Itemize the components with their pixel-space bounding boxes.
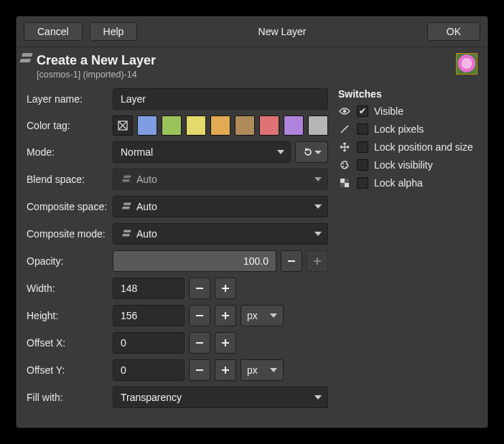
palette-icon <box>338 160 351 170</box>
mode-label: Mode: <box>27 146 113 158</box>
color-tag-swatch[interactable] <box>308 115 328 136</box>
color-tag-label: Color tag: <box>27 120 113 131</box>
eye-icon <box>338 107 351 115</box>
offset-x-increment[interactable] <box>215 332 236 354</box>
height-decrement[interactable] <box>189 305 210 326</box>
svg-rect-24 <box>345 179 349 183</box>
chevron-down-icon <box>270 368 277 372</box>
size-unit-select[interactable]: px <box>241 305 284 326</box>
switches-heading: Switches <box>338 88 477 100</box>
color-tag-swatch[interactable] <box>210 115 230 136</box>
color-tag-swatch[interactable] <box>137 115 157 136</box>
size-unit-value: px <box>247 310 258 321</box>
brush-icon <box>338 124 351 134</box>
color-tag-swatch[interactable] <box>186 115 206 136</box>
mode-value: Normal <box>121 146 273 158</box>
composite-space-label: Composite space: <box>27 201 113 212</box>
mode-select[interactable]: Normal <box>113 141 291 163</box>
opacity-slider[interactable]: 100.0 <box>113 250 276 272</box>
svg-point-20 <box>342 166 344 167</box>
minus-icon <box>195 339 204 347</box>
composite-mode-label: Composite mode: <box>27 228 113 240</box>
lock-visibility-checkbox[interactable] <box>357 159 368 171</box>
lock-pixels-checkbox[interactable] <box>357 123 368 135</box>
lock-position-checkbox[interactable] <box>357 141 368 153</box>
opacity-increment[interactable] <box>307 250 328 272</box>
minus-icon <box>195 284 204 293</box>
width-increment[interactable] <box>215 278 236 299</box>
switch-label: Lock visibility <box>374 159 433 171</box>
switch-label: Lock position and size <box>374 141 473 153</box>
move-icon <box>338 142 351 152</box>
opacity-value: 100.0 <box>243 255 269 267</box>
offset-unit-value: px <box>247 364 258 376</box>
switch-lock-pixels: Lock pixels <box>338 123 477 135</box>
width-input[interactable] <box>113 278 185 299</box>
plus-icon <box>313 257 322 265</box>
svg-rect-25 <box>340 183 345 187</box>
svg-point-21 <box>345 166 347 168</box>
chevron-down-icon <box>314 177 322 181</box>
layers-icon <box>121 228 132 240</box>
color-tag-swatch[interactable] <box>259 115 279 136</box>
offset-x-decrement[interactable] <box>189 332 210 354</box>
height-input[interactable] <box>113 305 185 326</box>
composite-mode-value: Auto <box>136 228 310 240</box>
composite-mode-select[interactable]: Auto <box>113 223 328 245</box>
chevron-down-icon <box>314 151 322 154</box>
layer-name-label: Layer name: <box>27 93 113 105</box>
color-tag-swatch[interactable] <box>162 115 182 136</box>
switch-lock-alpha: Lock alpha <box>338 177 477 189</box>
composite-space-select[interactable]: Auto <box>113 196 328 217</box>
offset-y-label: Offset Y: <box>27 364 113 376</box>
switch-lock-visibility: Lock visibility <box>338 159 477 171</box>
blend-space-label: Blend space: <box>27 174 113 185</box>
checker-icon <box>338 178 351 188</box>
offset-x-label: Offset X: <box>27 337 113 349</box>
layers-icon <box>21 53 31 67</box>
offset-unit-select[interactable]: px <box>241 359 284 381</box>
fill-with-select[interactable]: Transparency <box>113 387 328 408</box>
width-decrement[interactable] <box>189 278 210 299</box>
color-tag-none[interactable] <box>113 115 133 136</box>
lock-alpha-checkbox[interactable] <box>357 177 368 189</box>
layer-name-input[interactable] <box>113 88 328 110</box>
offset-x-input[interactable] <box>113 332 185 354</box>
blend-space-value: Auto <box>136 174 310 185</box>
switch-visible: ✔ Visible <box>338 105 477 117</box>
new-layer-dialog: Cancel Help New Layer OK Create a New La… <box>16 16 488 428</box>
svg-rect-23 <box>345 183 349 187</box>
layers-icon <box>121 174 132 185</box>
offset-y-decrement[interactable] <box>189 359 210 381</box>
switch-label: Lock pixels <box>374 123 424 135</box>
blend-space-select[interactable]: Auto <box>113 169 328 190</box>
dialog-header: Create a New Layer [cosmos-1] (imported)… <box>17 47 487 82</box>
color-tag-swatch[interactable] <box>235 115 255 136</box>
svg-point-18 <box>343 110 346 113</box>
offset-y-increment[interactable] <box>215 359 236 381</box>
cancel-button[interactable]: Cancel <box>24 22 83 41</box>
plus-icon <box>221 339 230 347</box>
switch-label: Visible <box>374 105 403 117</box>
color-tag-swatch[interactable] <box>284 115 304 136</box>
switch-label: Lock alpha <box>374 177 423 189</box>
width-label: Width: <box>27 283 113 294</box>
chevron-down-icon <box>314 395 322 400</box>
header-subtitle: [cosmos-1] (imported)-14 <box>37 70 450 80</box>
opacity-decrement[interactable] <box>281 250 302 272</box>
minus-icon <box>195 311 204 320</box>
ok-button[interactable]: OK <box>427 22 480 41</box>
layers-icon <box>121 201 132 212</box>
height-increment[interactable] <box>215 305 236 326</box>
reset-icon <box>302 146 314 158</box>
chevron-down-icon <box>270 313 277 318</box>
height-label: Height: <box>27 310 113 321</box>
offset-y-input[interactable] <box>113 359 185 381</box>
switches-panel: Switches ✔ Visible Lock pixels Lock posi… <box>338 88 477 414</box>
mode-reset-button[interactable] <box>295 141 328 163</box>
plus-icon <box>221 311 230 320</box>
help-button[interactable]: Help <box>90 22 138 41</box>
opacity-label: Opacity: <box>27 255 113 267</box>
minus-icon <box>195 366 204 374</box>
visible-checkbox[interactable]: ✔ <box>357 105 368 117</box>
